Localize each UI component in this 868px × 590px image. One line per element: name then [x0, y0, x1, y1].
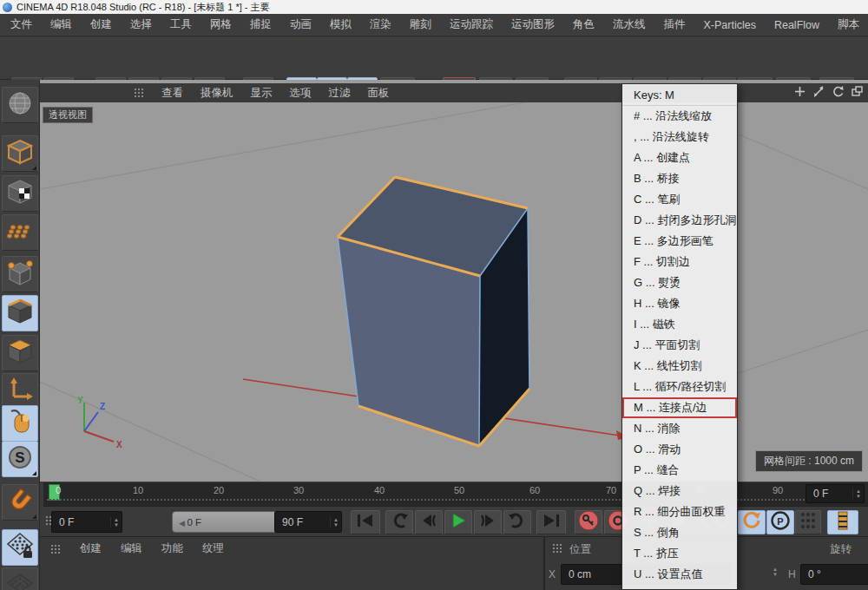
coords-drag-handle[interactable] — [552, 543, 562, 554]
menu-plugins[interactable]: 插件 — [664, 17, 686, 32]
popup-item-dissolve[interactable]: N ... 消除 — [622, 418, 737, 439]
mat-menu-edit[interactable]: 编辑 — [121, 541, 142, 556]
stepper-icon[interactable]: ▲▼ — [773, 567, 778, 577]
menu-animate[interactable]: 动画 — [290, 17, 312, 32]
tweak-mode-button[interactable] — [2, 405, 38, 442]
popup-item-mirror[interactable]: H ... 镜像 — [622, 293, 737, 314]
cycle-playback-button[interactable] — [738, 510, 766, 534]
popup-item-rotate-along-normals[interactable]: , ... 沿法线旋转 — [622, 127, 737, 148]
material-menu-drag-handle[interactable] — [50, 544, 61, 554]
prev-key-button[interactable] — [385, 510, 413, 534]
mat-menu-create[interactable]: 创建 — [80, 541, 102, 556]
stepper-icon[interactable]: ▲▼ — [110, 517, 122, 528]
popup-item-plane-cut[interactable]: J ... 平面切割 — [622, 335, 737, 356]
rotation-h-field[interactable]: 0 ° ▲▼ — [800, 564, 868, 585]
mat-menu-function[interactable]: 功能 — [161, 541, 183, 556]
next-frame-button[interactable] — [474, 510, 502, 534]
popup-item-close-polygon-hole[interactable]: D ... 封闭多边形孔洞 — [622, 210, 737, 231]
prev-frame-button[interactable] — [415, 510, 443, 534]
end-frame-field[interactable]: 90 F ▲▼ — [274, 511, 342, 533]
texture-axis-mode-button[interactable] — [2, 214, 38, 251]
popup-item-rotate-edge[interactable]: V ... 旋转边 — [622, 585, 737, 590]
stepper-icon[interactable]: ▲▼ — [852, 488, 864, 499]
popup-item-brush[interactable]: C ... 笔刷 — [622, 189, 737, 210]
popup-item-magnet[interactable]: I ... 磁铁 — [622, 314, 737, 335]
points-mode-button[interactable] — [2, 256, 38, 292]
menu-tools[interactable]: 工具 — [170, 17, 192, 32]
viewport-toggle-control[interactable] — [850, 86, 865, 101]
play-button[interactable] — [444, 510, 472, 534]
popup-item-edge-cut[interactable]: F ... 切割边 — [622, 252, 737, 272]
vp-menu-cameras[interactable]: 摄像机 — [201, 86, 233, 101]
orbit-icon — [832, 85, 845, 102]
menu-file[interactable]: 文件 — [10, 17, 32, 32]
viewport-rotate-control[interactable] — [831, 86, 845, 101]
popup-item-polygon-pen[interactable]: E ... 多边形画笔 — [622, 231, 737, 252]
timeline-window-button[interactable] — [827, 510, 858, 534]
popup-item-subdivision-weight[interactable]: R ... 细分曲面权重 — [622, 502, 737, 522]
menu-snap[interactable]: 捕捉 — [250, 17, 272, 32]
menu-pipeline[interactable]: 流水线 — [613, 17, 646, 32]
goto-end-button[interactable] — [536, 510, 566, 534]
stepper-icon[interactable]: ▲▼ — [330, 517, 341, 528]
popup-item-iron[interactable]: G ... 熨烫 — [622, 272, 737, 293]
menu-sculpt[interactable]: 雕刻 — [410, 17, 431, 32]
workplane-lock-button[interactable] — [2, 529, 38, 566]
vp-menu-display[interactable]: 显示 — [251, 86, 273, 101]
range-left-arrow-icon[interactable]: ◀ — [179, 519, 187, 528]
popup-item-weld-points-edges[interactable]: M ... 连接点/边 — [622, 397, 737, 418]
menu-select[interactable]: 选择 — [130, 17, 152, 32]
popup-item-bridge[interactable]: B ... 桥接 — [622, 168, 737, 189]
popup-item-extrude[interactable]: T ... 挤压 — [622, 543, 737, 564]
viewport-solo-button[interactable]: S — [2, 441, 38, 477]
viewport-menu-drag-handle[interactable] — [134, 88, 144, 98]
viewport-scene[interactable]: Y Z X — [40, 80, 868, 482]
viewport-pan-control[interactable] — [792, 86, 807, 101]
snap-button[interactable] — [2, 484, 38, 521]
menu-character[interactable]: 角色 — [573, 17, 595, 32]
vp-menu-filter[interactable]: 过滤 — [329, 86, 351, 101]
mat-menu-texture[interactable]: 纹理 — [202, 541, 224, 556]
popup-item-line-cut[interactable]: K ... 线性切割 — [622, 356, 737, 377]
cube-object[interactable] — [338, 177, 529, 446]
vp-menu-options[interactable]: 选项 — [290, 86, 312, 101]
popup-item-slide[interactable]: O ... 滑动 — [622, 439, 737, 460]
next-key-button[interactable] — [503, 510, 531, 534]
polygons-mode-button[interactable] — [2, 335, 38, 371]
model-mode-button[interactable] — [2, 135, 38, 172]
edges-mode-button[interactable] — [2, 295, 38, 331]
popup-item-stitch-and-sew[interactable]: P ... 缝合 — [622, 460, 737, 481]
menu-render[interactable]: 渲染 — [370, 17, 391, 32]
menu-xparticles[interactable]: X-Particles — [704, 19, 756, 31]
menu-motion-tracker[interactable]: 运动跟踪 — [450, 17, 493, 32]
popup-item-scale-along-normals[interactable]: # ... 沿法线缩放 — [622, 106, 737, 127]
goto-start-button[interactable] — [351, 510, 380, 534]
transport-bar: 0 F ▲▼ ◀ 0 F 90 F ▶ 90 F ▲▼ — [43, 506, 868, 536]
vp-menu-panel[interactable]: 面板 — [368, 86, 390, 101]
popup-item-loop-path-cut[interactable]: L ... 循环/路径切割 — [622, 377, 737, 397]
popup-item-create-point[interactable]: A ... 创建点 — [622, 148, 737, 168]
perspective-viewport[interactable]: Y Z X 查看 摄像机 显示 选项 过滤 面板 透视视图 网格间距 : 100… — [40, 80, 868, 482]
start-frame-field[interactable]: 0 F ▲▼ — [51, 511, 122, 533]
viewport-zoom-control[interactable] — [812, 86, 826, 101]
popup-item-weld[interactable]: Q ... 焊接 — [622, 481, 737, 502]
menu-edit[interactable]: 编辑 — [50, 17, 72, 32]
menu-create[interactable]: 创建 — [90, 17, 112, 32]
menu-simulate[interactable]: 模拟 — [330, 17, 352, 32]
menu-realflow[interactable]: RealFlow — [774, 19, 819, 31]
vp-menu-view[interactable]: 查看 — [161, 86, 183, 101]
popup-item-bevel[interactable]: S ... 倒角 — [622, 522, 737, 543]
menu-script[interactable]: 脚本 — [838, 17, 859, 32]
keyframe-selection-button[interactable] — [795, 510, 821, 534]
playback-mode-button[interactable]: P — [766, 510, 794, 534]
timeline-ruler[interactable]: 0 10 20 30 40 50 60 70 80 90 0 F ▲▼ — [43, 482, 868, 506]
popup-item-set-point-value[interactable]: U ... 设置点值 — [622, 564, 737, 585]
record-key-button[interactable] — [575, 510, 602, 534]
texture-mode-button[interactable] — [2, 175, 38, 212]
current-frame-field[interactable]: 0 F ▲▼ — [806, 484, 865, 503]
menu-mograph[interactable]: 运动图形 — [511, 17, 555, 32]
workplane-button[interactable] — [2, 567, 38, 590]
menu-mesh[interactable]: 网格 — [210, 17, 232, 32]
enable-axis-button[interactable] — [2, 373, 38, 410]
make-editable-button[interactable] — [2, 87, 38, 123]
